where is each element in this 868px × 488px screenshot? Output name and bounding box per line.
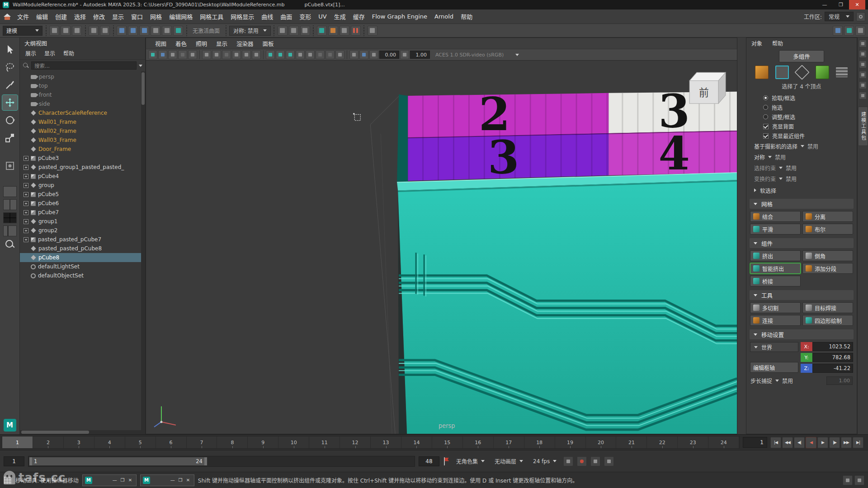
outliner-item-group[interactable]: group xyxy=(20,181,145,190)
move-tool[interactable] xyxy=(2,95,18,110)
frame-cell[interactable]: 17 xyxy=(494,436,524,448)
edit-pivot-button[interactable]: 编辑枢轴 xyxy=(750,362,798,373)
auto-keyframe-icon[interactable] xyxy=(577,456,587,466)
multi-cut-button[interactable]: 多切割 xyxy=(750,302,801,313)
chip-minimize-button[interactable]: — xyxy=(169,477,176,484)
play-forwards-button[interactable]: ▶ xyxy=(817,437,828,448)
bridge-button[interactable]: 桥接 xyxy=(750,276,801,286)
frame-cell[interactable]: 6 xyxy=(156,436,187,448)
outliner-item-pcube8-selected[interactable]: pCube8 xyxy=(20,253,145,262)
viewport-menu-lighting[interactable]: 照明 xyxy=(191,38,212,49)
use-all-lights-icon[interactable] xyxy=(296,50,305,59)
viewport-menu-view[interactable]: 视图 xyxy=(151,38,171,49)
hypershade-icon[interactable] xyxy=(368,26,377,36)
menu-flow-graph-engine[interactable]: Flow Graph Engine xyxy=(368,11,431,22)
soft-select-section[interactable]: 软选择 xyxy=(750,185,854,196)
status-group-divider[interactable] xyxy=(312,25,315,36)
expand-icon[interactable] xyxy=(24,156,28,161)
shaded-icon[interactable] xyxy=(276,50,285,59)
transform-constraint-row[interactable]: 变换约束 禁用 xyxy=(750,173,854,184)
frame-cell[interactable]: 14 xyxy=(401,436,432,448)
frame-cell[interactable]: 9 xyxy=(248,436,278,448)
frame-cell[interactable]: 2 xyxy=(33,436,64,448)
playback-loop-icon[interactable] xyxy=(563,456,573,466)
status-group-divider[interactable] xyxy=(363,25,365,36)
viewport-canvas[interactable]: 2 3 3 4 xyxy=(146,61,737,434)
snap-to-view-plane-icon[interactable] xyxy=(162,26,172,36)
pause-viewport-icon[interactable] xyxy=(351,26,361,36)
anim-layer-select[interactable]: 无动画层 xyxy=(491,457,526,465)
outliner-item-pcube7[interactable]: pCube7 xyxy=(20,208,145,217)
expand-icon[interactable] xyxy=(24,219,28,224)
menu-mesh-tools[interactable]: 网格工具 xyxy=(196,10,227,23)
outliner-menu-display[interactable]: 显示 xyxy=(41,48,59,58)
menu-select[interactable]: 选择 xyxy=(71,10,90,23)
viewport-menu-shading[interactable]: 着色 xyxy=(171,38,191,49)
expand-icon[interactable] xyxy=(24,237,28,242)
frame-cell[interactable]: 21 xyxy=(616,436,647,448)
animation-preferences-icon[interactable] xyxy=(604,456,614,466)
combine-button[interactable]: 结合 xyxy=(750,211,801,222)
menu-edit-mesh[interactable]: 编辑网格 xyxy=(165,10,196,23)
minimize-button[interactable]: — xyxy=(816,0,833,9)
channel-box-tab-icon[interactable] xyxy=(859,61,867,68)
z-axis-field[interactable]: -41.22 xyxy=(812,364,853,373)
option-drag[interactable]: 拖选 xyxy=(750,103,854,112)
outliner-item-defaultlightset[interactable]: defaultLightSet xyxy=(20,262,145,271)
layout-single-pane-button[interactable] xyxy=(3,186,17,197)
checkbox-icon[interactable] xyxy=(763,124,769,129)
play-backwards-button[interactable]: ◀ xyxy=(806,437,816,448)
option-highlight-backfaces[interactable]: 亮显背面 xyxy=(750,122,854,131)
bevel-button[interactable]: 倒角 xyxy=(802,250,853,261)
outliner-item-pcube5[interactable]: pCube5 xyxy=(20,190,145,199)
symmetry-select[interactable]: 对称: 禁用 xyxy=(229,26,271,36)
mute-audio-icon[interactable] xyxy=(590,456,600,466)
outliner-item-characterscalereference[interactable]: CharacterScaleReference xyxy=(20,108,145,117)
search-filter-icon[interactable] xyxy=(139,65,142,67)
layout-outliner-persp-button[interactable] xyxy=(3,225,17,236)
xray-icon[interactable] xyxy=(359,50,368,59)
x-axis-field[interactable]: 1023.52 xyxy=(812,342,853,351)
animation-start-field[interactable]: 1 xyxy=(4,456,24,466)
scale-tool[interactable] xyxy=(2,130,18,145)
modeling-toolkit-tab[interactable]: 建模工具包 xyxy=(858,107,868,146)
outliner-item-wall02-frame[interactable]: Wall02_Frame xyxy=(20,127,145,136)
minimized-window-2[interactable]: M — ❐ ✕ xyxy=(140,474,194,486)
section-mesh[interactable]: 网格 xyxy=(750,199,854,209)
status-group-divider[interactable] xyxy=(112,25,114,36)
outliner-item-pasted-pcube8[interactable]: pasted_pasted_pCube8 xyxy=(20,244,145,253)
menu-modify[interactable]: 修改 xyxy=(90,10,108,23)
outliner-item-pcube3[interactable]: pCube3 xyxy=(20,154,145,163)
undo-icon[interactable] xyxy=(89,26,99,36)
radio-icon[interactable] xyxy=(763,114,768,119)
option-pick-marquee[interactable]: 拾取/框选 xyxy=(750,93,854,103)
snap-to-point-icon[interactable] xyxy=(139,26,149,36)
last-tool-used[interactable] xyxy=(2,158,18,174)
time-ruler[interactable]: 1 2 3 4 5 6 7 8 9 10 11 12 13 14 15 16 1… xyxy=(2,436,740,449)
isolate-select-icon[interactable] xyxy=(349,50,359,59)
option-tweak-marquee[interactable]: 调整/框选 xyxy=(750,112,854,122)
chip-restore-button[interactable]: ❐ xyxy=(119,477,126,484)
outliner-item-pcube6[interactable]: pCube6 xyxy=(20,199,145,208)
input-connections-icon[interactable] xyxy=(278,26,288,36)
outliner-item-pasted-group1[interactable]: pasted_group1_pasted_pasted_ xyxy=(20,163,145,172)
menu-help[interactable]: 帮助 xyxy=(457,10,476,23)
expand-icon[interactable] xyxy=(24,192,28,197)
lock-camera-icon[interactable] xyxy=(158,50,167,59)
film-gate-icon[interactable] xyxy=(202,50,211,59)
render-settings-icon[interactable] xyxy=(340,26,349,36)
outliner-vertical-scrollbar[interactable] xyxy=(141,71,145,434)
xgen-tab-icon[interactable] xyxy=(859,92,867,99)
bookmarks-icon[interactable] xyxy=(178,50,187,59)
section-components[interactable]: 组件 xyxy=(750,238,854,248)
add-divisions-button[interactable]: 添加分段 xyxy=(802,263,853,274)
frame-cell[interactable]: 4 xyxy=(94,436,125,448)
wireframe-icon[interactable] xyxy=(266,50,275,59)
home-icon[interactable] xyxy=(3,12,12,21)
scrollbar-thumb[interactable] xyxy=(21,431,89,434)
render-current-frame-icon[interactable] xyxy=(317,26,327,36)
option-highlight-nearest[interactable]: 亮显最近组件 xyxy=(750,131,854,141)
frame-cell[interactable]: 5 xyxy=(125,436,156,448)
camera-based-selection-row[interactable]: 基于摄影机的选择 禁用 xyxy=(750,141,854,151)
chip-close-button[interactable]: ✕ xyxy=(184,477,192,484)
